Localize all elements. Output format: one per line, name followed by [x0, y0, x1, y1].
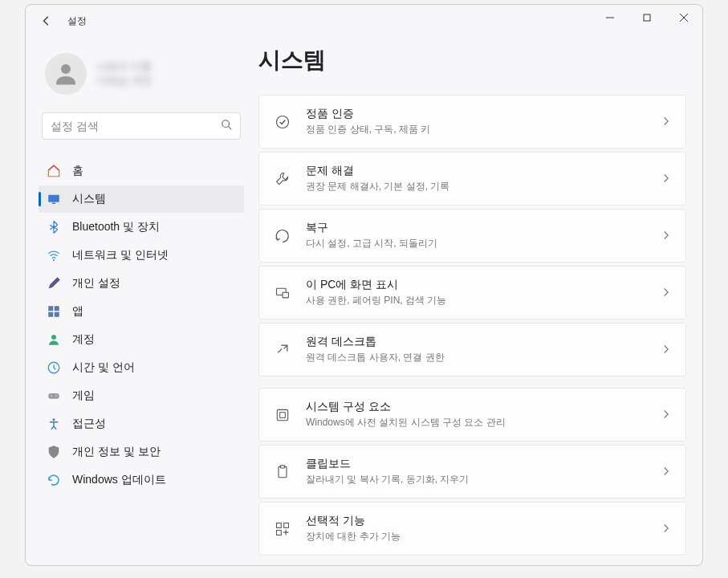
svg-rect-12 — [48, 312, 53, 317]
svg-point-17 — [51, 395, 52, 397]
sidebar-item-label: Windows 업데이트 — [72, 473, 166, 487]
sidebar-item-gaming[interactable]: 게임 — [39, 382, 244, 409]
nav: 홈시스템Bluetooth 및 장치네트워크 및 인터넷개인 설정앱계정시간 및… — [39, 157, 244, 494]
close-button[interactable] — [665, 5, 702, 31]
search-input[interactable] — [51, 120, 221, 132]
card-clipboard[interactable]: 클립보드잘라내기 및 복사 기록, 동기화, 지우기 — [258, 445, 686, 499]
chevron-right-icon — [661, 343, 671, 357]
chevron-right-icon — [661, 465, 671, 479]
card-desc: 권장 문제 해결사, 기본 설정, 기록 — [306, 180, 647, 193]
activation-icon — [274, 113, 291, 131]
card-text: 시스템 구성 요소Windows에 사전 설치된 시스템 구성 요소 관리 — [306, 400, 647, 429]
sidebar-item-label: 시간 및 언어 — [72, 360, 135, 375]
recovery-icon — [274, 227, 291, 245]
page-title: 시스템 — [258, 45, 686, 75]
card-text: 선택적 기능장치에 대한 추가 기능 — [306, 514, 647, 543]
avatar-icon — [45, 53, 87, 95]
sidebar-item-label: Bluetooth 및 장치 — [72, 220, 160, 234]
svg-rect-1 — [644, 14, 650, 21]
projecting-icon — [274, 284, 291, 302]
bluetooth-icon — [47, 220, 61, 234]
time-icon — [47, 360, 61, 375]
sidebar-item-privacy[interactable]: 개인 정보 및 보안 — [39, 438, 244, 466]
sidebar-item-home[interactable]: 홈 — [39, 157, 244, 185]
sidebar-item-time[interactable]: 시간 및 언어 — [39, 354, 244, 381]
card-desc: 원격 데스크톱 사용자, 연결 권한 — [306, 351, 647, 364]
sidebar-item-bluetooth[interactable]: Bluetooth 및 장치 — [39, 214, 244, 241]
svg-rect-10 — [48, 306, 53, 311]
sidebar-item-label: 개인 정보 및 보안 — [72, 445, 161, 459]
maximize-button[interactable] — [628, 5, 665, 31]
troubleshoot-icon — [274, 170, 291, 188]
profile[interactable]: 사용자 이름 이메일 계정 — [39, 43, 244, 111]
sidebar-item-label: 계정 — [72, 332, 95, 347]
svg-rect-26 — [281, 465, 285, 467]
card-title: 복구 — [306, 221, 647, 235]
sidebar-item-update[interactable]: Windows 업데이트 — [39, 466, 244, 494]
remote-icon — [274, 341, 291, 359]
sidebar-item-network[interactable]: 네트워크 및 인터넷 — [39, 242, 244, 269]
search-icon — [221, 119, 232, 133]
card-title: 클립보드 — [306, 457, 647, 471]
back-button[interactable] — [32, 6, 61, 35]
sidebar-item-system[interactable]: 시스템 — [39, 185, 244, 213]
sidebar: 사용자 이름 이메일 계정 홈시스템Bluetooth 및 장치네트워크 및 인… — [26, 37, 250, 565]
sidebar-item-label: 홈 — [72, 164, 83, 178]
sidebar-item-personalization[interactable]: 개인 설정 — [39, 270, 244, 297]
svg-rect-11 — [55, 306, 59, 311]
card-title: 문제 해결 — [306, 164, 647, 178]
apps-icon — [47, 304, 61, 319]
profile-text: 사용자 이름 이메일 계정 — [96, 59, 152, 88]
sidebar-item-apps[interactable]: 앱 — [39, 298, 244, 325]
card-optional[interactable]: 선택적 기능장치에 대한 추가 기능 — [258, 502, 686, 556]
accounts-icon — [47, 332, 61, 347]
card-recovery[interactable]: 복구다시 설정, 고급 시작, 되돌리기 — [258, 209, 686, 263]
profile-email: 이메일 계정 — [96, 74, 152, 88]
svg-rect-16 — [48, 393, 59, 399]
body: 사용자 이름 이메일 계정 홈시스템Bluetooth 및 장치네트워크 및 인… — [26, 37, 702, 565]
chevron-right-icon — [661, 115, 671, 129]
main-content: 시스템 정품 인증정품 인증 상태, 구독, 제품 키문제 해결권장 문제 해결… — [250, 37, 702, 565]
svg-rect-24 — [280, 412, 286, 417]
home-icon — [47, 164, 61, 178]
sidebar-item-accounts[interactable]: 계정 — [39, 326, 244, 353]
card-desc: 장치에 대한 추가 기능 — [306, 530, 647, 543]
accessibility-icon — [47, 417, 61, 431]
svg-rect-28 — [284, 523, 289, 527]
gaming-icon — [47, 389, 61, 403]
svg-rect-13 — [55, 312, 59, 317]
settings-window: 설정 사용자 이름 이메일 계정 홈시스템Bluetooth 및 장치네 — [25, 4, 703, 566]
card-text: 정품 인증정품 인증 상태, 구독, 제품 키 — [306, 107, 647, 136]
clipboard-icon — [274, 463, 291, 481]
sidebar-item-label: 접근성 — [72, 417, 106, 431]
card-components[interactable]: 시스템 구성 요소Windows에 사전 설치된 시스템 구성 요소 관리 — [258, 388, 686, 442]
svg-point-4 — [61, 64, 71, 74]
chevron-right-icon — [661, 522, 671, 536]
system-icon — [47, 192, 61, 206]
search-box[interactable] — [42, 112, 241, 140]
card-desc: 잘라내기 및 복사 기록, 동기화, 지우기 — [306, 473, 647, 486]
card-remote[interactable]: 원격 데스크톱원격 데스크톱 사용자, 연결 권한 — [258, 323, 686, 377]
optional-icon — [274, 520, 291, 538]
svg-rect-23 — [277, 409, 287, 420]
minimize-button[interactable] — [592, 5, 628, 31]
card-desc: Windows에 사전 설치된 시스템 구성 요소 관리 — [306, 416, 647, 429]
card-activation[interactable]: 정품 인증정품 인증 상태, 구독, 제품 키 — [258, 95, 686, 149]
card-title: 이 PC에 화면 표시 — [306, 278, 647, 292]
card-text: 클립보드잘라내기 및 복사 기록, 동기화, 지우기 — [306, 457, 647, 486]
card-projecting[interactable]: 이 PC에 화면 표시사용 권한, 페어링 PIN, 검색 기능 — [258, 266, 686, 320]
components-icon — [274, 406, 291, 424]
chevron-right-icon — [661, 408, 671, 422]
sidebar-item-accessibility[interactable]: 접근성 — [39, 410, 244, 438]
card-text: 문제 해결권장 문제 해결사, 기본 설정, 기록 — [306, 164, 647, 193]
network-icon — [47, 248, 61, 263]
svg-point-20 — [277, 116, 289, 128]
svg-rect-7 — [48, 195, 59, 202]
chevron-right-icon — [661, 229, 671, 243]
card-desc: 다시 설정, 고급 시작, 되돌리기 — [306, 237, 647, 250]
app-title: 설정 — [67, 14, 87, 28]
svg-rect-27 — [277, 523, 282, 527]
card-troubleshoot[interactable]: 문제 해결권장 문제 해결사, 기본 설정, 기록 — [258, 152, 686, 206]
svg-point-5 — [222, 120, 230, 128]
card-text: 원격 데스크톱원격 데스크톱 사용자, 연결 권한 — [306, 335, 647, 364]
